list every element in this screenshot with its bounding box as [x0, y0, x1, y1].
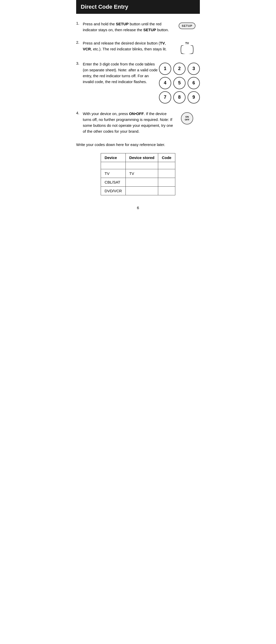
table-cell-device: DVD/VCR: [101, 186, 126, 195]
page-title: Direct Code Entry: [76, 0, 200, 14]
table-cell-device: TV: [101, 169, 126, 178]
col-header-code: Code: [158, 153, 175, 162]
table-cell-code: [158, 186, 175, 195]
step-2-text: Press and release the desired device but…: [83, 40, 174, 52]
table-cell-stored: TV: [125, 169, 158, 178]
step-4-number: 4.: [76, 111, 81, 115]
step-1-number: 1.: [76, 21, 81, 25]
step-1-left: 1. Press and hold the SETUP button until…: [76, 21, 174, 33]
step-4-left: 4. With your device on, press ON•OFF. If…: [76, 111, 174, 134]
step-3: 3. Enter the 3 digit code from the code …: [76, 61, 200, 104]
col-header-device: Device: [101, 153, 126, 162]
numpad: 1 2 3 4 5 6 7 8 9: [159, 63, 200, 104]
step-1-icon: SETUP: [174, 21, 200, 29]
table-row: DVD/VCR: [101, 186, 175, 195]
step-4-icon: ON OFF: [174, 111, 200, 125]
num-btn-3[interactable]: 3: [188, 63, 200, 75]
step-3-left: 3. Enter the 3 digit code from the code …: [76, 61, 159, 85]
num-btn-1[interactable]: 1: [159, 63, 171, 75]
num-btn-8[interactable]: 8: [173, 91, 186, 104]
num-btn-4[interactable]: 4: [159, 77, 171, 89]
off-label: OFF: [185, 118, 189, 121]
tv-shape-svg: [180, 45, 194, 54]
col-header-stored: Device stored: [125, 153, 158, 162]
num-btn-7[interactable]: 7: [159, 91, 171, 104]
step-2: 2. Press and release the desired device …: [76, 40, 200, 54]
num-btn-5[interactable]: 5: [173, 77, 186, 89]
table-cell-code: [158, 162, 175, 169]
step-2-number: 2.: [76, 40, 81, 44]
table-header-row: Device Device stored Code: [101, 153, 175, 162]
table-row: [101, 162, 175, 169]
table-cell-stored: [125, 162, 158, 169]
step-3-text: Enter the 3 digit code from the code tab…: [83, 61, 159, 85]
table-row: CBL/SAT: [101, 178, 175, 186]
page-number: 6: [76, 206, 200, 210]
step-4: 4. With your device on, press ON•OFF. If…: [76, 111, 200, 134]
reference-intro-text: Write your codes down here for easy refe…: [76, 142, 200, 148]
step-3-number: 3.: [76, 61, 81, 65]
onoff-button-icon[interactable]: ON OFF: [181, 112, 193, 125]
tv-label: TV: [185, 42, 189, 45]
table-cell-stored: [125, 178, 158, 186]
page-container: Direct Code Entry 1. Press and hold the …: [69, 0, 207, 322]
step-1-text: Press and hold the SETUP button until th…: [83, 21, 174, 33]
table-cell-stored: [125, 186, 158, 195]
reference-table: Device Device stored Code TV TV CBL/SAT: [101, 153, 175, 195]
tv-button-icon: TV: [180, 42, 194, 54]
num-btn-2[interactable]: 2: [173, 63, 186, 75]
table-row: TV TV: [101, 169, 175, 178]
table-cell-code: [158, 169, 175, 178]
table-cell-code: [158, 178, 175, 186]
step-1: 1. Press and hold the SETUP button until…: [76, 21, 200, 33]
table-cell-device: [101, 162, 126, 169]
num-btn-6[interactable]: 6: [188, 77, 200, 89]
on-label: ON: [185, 116, 189, 118]
step-2-left: 2. Press and release the desired device …: [76, 40, 174, 52]
table-cell-device: CBL/SAT: [101, 178, 126, 186]
step-4-text: With your device on, press ON•OFF. If th…: [83, 111, 174, 134]
step-2-icon: TV: [174, 40, 200, 54]
setup-button-icon: SETUP: [179, 22, 195, 29]
num-btn-9[interactable]: 9: [188, 91, 200, 104]
step-3-icon: 1 2 3 4 5 6 7 8 9: [159, 61, 200, 104]
